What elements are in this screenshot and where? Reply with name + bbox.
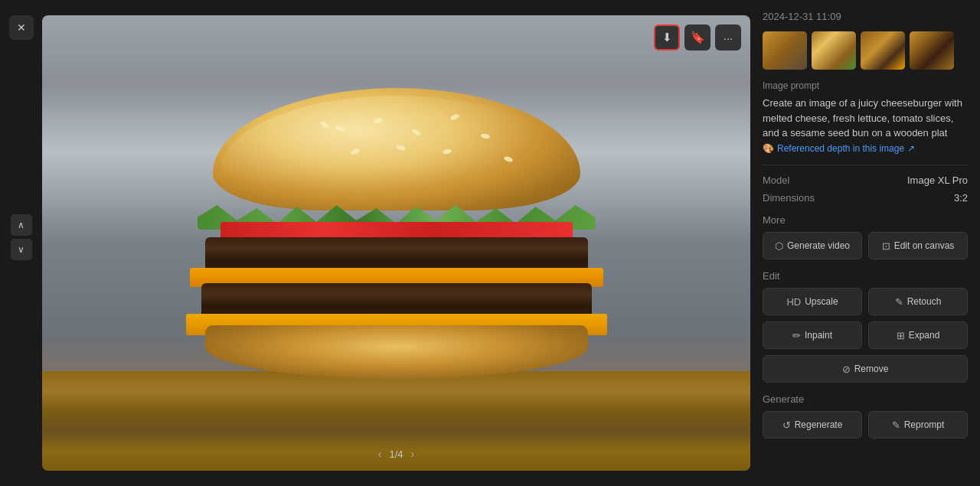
image-counter: ‹ 1/4 › xyxy=(378,448,414,460)
dimensions-row: Dimensions 3:2 xyxy=(763,192,968,204)
image-count-text: 1/4 xyxy=(389,448,403,460)
expand-label: Expand xyxy=(909,330,940,341)
prev-image-button[interactable]: ‹ xyxy=(378,448,382,460)
regenerate-button[interactable]: ↺ Regenerate xyxy=(763,411,862,439)
more-icon: ··· xyxy=(724,31,733,44)
generate-actions-row: ↺ Regenerate ✎ Reprompt xyxy=(763,411,968,439)
upscale-button[interactable]: HD Upscale xyxy=(763,288,862,315)
thumbnail-4[interactable] xyxy=(910,31,954,70)
video-icon: ⬡ xyxy=(775,240,783,252)
download-icon: ⬇ xyxy=(662,31,672,44)
dimensions-label: Dimensions xyxy=(763,192,815,204)
model-label: Model xyxy=(763,175,789,186)
canvas-icon: ⊡ xyxy=(882,240,890,252)
thumbnails-row xyxy=(763,31,968,70)
edit-actions-row-2: ✏ Inpaint ⊞ Expand xyxy=(763,321,968,349)
retouch-icon: ✎ xyxy=(895,296,903,308)
remove-label: Remove xyxy=(854,364,889,374)
burger-image xyxy=(42,15,750,471)
generate-video-label: Generate video xyxy=(787,240,850,251)
divider-1 xyxy=(763,165,968,165)
retouch-button[interactable]: ✎ Retouch xyxy=(868,288,968,315)
main-image-area: ⬇ 🔖 ··· ‹ 1/4 › xyxy=(42,15,750,471)
retouch-label: Retouch xyxy=(907,296,942,307)
edit-actions-row-1: HD Upscale ✎ Retouch xyxy=(763,288,968,315)
ref-external-icon: ↗ xyxy=(907,142,915,155)
referenced-depth-link[interactable]: 🎨 Referenced depth in this image ↗ xyxy=(763,142,915,155)
upscale-label: Upscale xyxy=(805,296,838,307)
prompt-label: Image prompt xyxy=(763,80,968,91)
dimensions-value: 3:2 xyxy=(954,192,968,204)
nav-up-button[interactable]: ∧ xyxy=(11,214,32,236)
close-button[interactable]: ✕ xyxy=(9,15,34,40)
edit-on-canvas-label: Edit on canvas xyxy=(894,240,955,251)
generate-video-button[interactable]: ⬡ Generate video xyxy=(763,232,862,259)
inpaint-label: Inpaint xyxy=(805,330,832,341)
timestamp: 2024-12-31 11:09 xyxy=(763,11,968,22)
regenerate-label: Regenerate xyxy=(795,419,843,430)
edit-on-canvas-button[interactable]: ⊡ Edit on canvas xyxy=(868,232,968,259)
prompt-text: Create an image of a juicy cheeseburger … xyxy=(763,96,968,155)
upscale-icon: HD xyxy=(786,296,801,308)
edit-actions-row-3: ⊘ Remove xyxy=(763,355,968,383)
edit-section-title: Edit xyxy=(763,270,968,282)
reprompt-label: Reprompt xyxy=(904,419,945,430)
next-image-button[interactable]: › xyxy=(411,448,415,460)
generate-section-title: Generate xyxy=(763,393,968,405)
bookmark-button[interactable]: 🔖 xyxy=(684,24,710,51)
reprompt-button[interactable]: ✎ Reprompt xyxy=(868,411,968,439)
download-button[interactable]: ⬇ xyxy=(654,24,680,51)
regenerate-icon: ↺ xyxy=(782,419,791,431)
ref-emoji: 🎨 xyxy=(763,142,774,155)
bookmark-icon: 🔖 xyxy=(691,31,705,44)
thumbnail-3[interactable] xyxy=(861,31,905,70)
model-row: Model Image XL Pro xyxy=(763,175,968,186)
ref-text: Referenced depth in this image xyxy=(777,142,904,155)
inpaint-icon: ✏ xyxy=(792,330,801,341)
thumbnail-2[interactable] xyxy=(812,31,856,70)
more-actions-row: ⬡ Generate video ⊡ Edit on canvas xyxy=(763,232,968,259)
nav-down-button[interactable]: ∨ xyxy=(11,239,32,260)
left-panel: ✕ ∧ ∨ xyxy=(0,0,42,486)
right-panel: 2024-12-31 11:09 Image prompt Create an … xyxy=(750,0,980,486)
remove-icon: ⊘ xyxy=(842,364,851,375)
image-toolbar: ⬇ 🔖 ··· xyxy=(654,24,741,51)
model-value: Image XL Pro xyxy=(907,175,968,186)
inpaint-button[interactable]: ✏ Inpaint xyxy=(763,321,862,349)
reprompt-icon: ✎ xyxy=(892,419,900,431)
nav-arrows: ∧ ∨ xyxy=(11,214,32,260)
more-section-title: More xyxy=(763,214,968,226)
thumbnail-1[interactable] xyxy=(763,31,807,70)
remove-button[interactable]: ⊘ Remove xyxy=(763,355,968,383)
expand-button[interactable]: ⊞ Expand xyxy=(868,321,968,349)
more-options-button[interactable]: ··· xyxy=(715,24,741,51)
expand-icon: ⊞ xyxy=(897,330,905,341)
